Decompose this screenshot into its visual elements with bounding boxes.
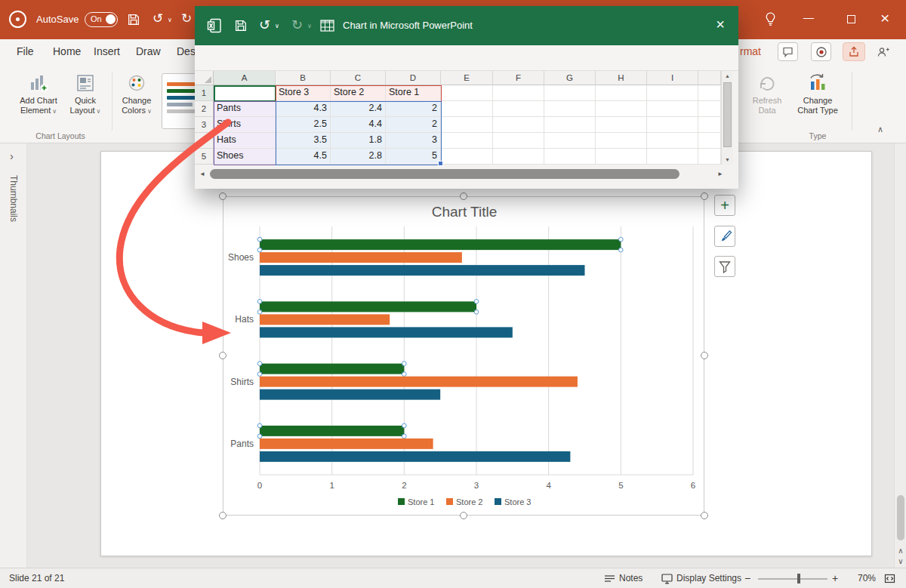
row-header[interactable]: 3 [195,117,214,133]
zoom-slider[interactable] [758,578,827,580]
spreadsheet-cell[interactable] [544,85,596,101]
selection-handle-top-right[interactable] [701,192,708,200]
zoom-in-icon[interactable]: + [832,572,838,584]
spreadsheet-cell[interactable]: 2.4 [331,101,386,117]
spreadsheet-cell[interactable] [647,85,698,101]
spreadsheet-cell[interactable]: 4.4 [331,117,386,133]
scrollbar-thumb[interactable] [210,169,680,179]
collapse-ribbon-chevron-icon[interactable]: ∧ [868,125,892,140]
spreadsheet-cell[interactable] [596,149,647,165]
change-chart-type-button[interactable]: Change Chart Type [791,70,844,135]
scrollbar-thumb[interactable] [897,495,904,540]
spreadsheet-cell[interactable] [596,101,647,117]
scroll-right-icon[interactable]: ► [717,171,723,177]
spreadsheet-cell[interactable] [596,133,647,149]
spreadsheet-cell[interactable]: 5 [386,149,441,165]
record-button[interactable] [811,42,831,61]
chart-object[interactable]: ShoesHatsShirtsPants0123456Chart TitleSt… [223,196,704,516]
excel-vertical-scrollbar[interactable]: ▲ ▼ [721,71,733,165]
spreadsheet-cell[interactable] [493,133,544,149]
spreadsheet-cell[interactable]: 2 [386,101,441,117]
spreadsheet-cell[interactable]: Pants [214,101,276,117]
scrollbar-thumb[interactable] [723,82,732,147]
maximize-icon[interactable] [847,15,855,23]
row-header[interactable]: 1 [195,85,214,101]
column-header[interactable]: A [214,71,276,85]
spreadsheet-cell[interactable]: 1.8 [331,133,386,149]
tab-insert[interactable]: Insert [94,45,120,57]
spreadsheet-cell[interactable] [698,101,721,117]
column-header[interactable]: I [647,71,698,85]
undo-icon[interactable]: ↺ [259,17,270,33]
next-slide-button[interactable]: ∨ [895,557,906,565]
undo-caret-icon[interactable]: ∨ [275,23,279,29]
select-all-corner[interactable] [195,71,214,85]
fit-slide-to-window-icon[interactable] [883,572,896,585]
zoom-slider-thumb[interactable] [797,574,800,583]
spreadsheet-cell[interactable] [698,85,721,101]
selection-handle-bottom-right[interactable] [701,512,708,519]
zoom-out-icon[interactable]: − [744,572,750,584]
column-header[interactable]: G [544,71,596,85]
column-header[interactable]: D [386,71,441,85]
notes-icon[interactable] [604,574,615,583]
spreadsheet-cell[interactable] [441,85,493,101]
close-icon[interactable]: × [880,9,889,27]
spreadsheet-cell[interactable] [698,133,721,149]
selection-handle-top-left[interactable] [219,192,226,200]
undo-icon[interactable]: ↺ [153,11,163,26]
spreadsheet-cell[interactable] [698,117,721,133]
undo-caret-icon[interactable]: ∨ [168,17,172,23]
chart-filters-button[interactable] [714,256,735,277]
tab-draw[interactable]: Draw [136,45,161,57]
refresh-data-button[interactable]: Refresh Data [746,70,788,135]
spreadsheet-cell[interactable] [647,149,698,165]
save-icon[interactable] [234,19,248,32]
spreadsheet-cell[interactable]: Store 3 [276,85,331,101]
spreadsheet-cell[interactable]: Hats [214,133,276,149]
excel-horizontal-scrollbar[interactable]: ◄ ► [195,166,733,183]
selection-handle-mid-left[interactable] [219,352,226,359]
display-settings-button[interactable]: Display Settings [676,573,741,583]
row-header[interactable]: 2 [195,101,214,117]
excel-titlebar[interactable]: ↺ ∨ ↻ ∨ Chart in Microsoft PowerPoint × [195,6,738,45]
save-icon[interactable] [127,13,140,26]
spreadsheet-cell[interactable]: Store 1 [386,85,441,101]
column-header[interactable]: C [331,71,386,85]
redo-icon[interactable]: ↻ [181,11,192,26]
spreadsheet-cell[interactable] [647,101,698,117]
scroll-down-icon[interactable]: ▼ [722,157,733,162]
spreadsheet-cell[interactable] [544,133,596,149]
tab-home[interactable]: Home [53,45,81,57]
spreadsheet-cell[interactable]: 4.5 [276,149,331,165]
spreadsheet-cell[interactable]: Shirts [214,117,276,133]
spreadsheet-cell[interactable] [698,149,721,165]
spreadsheet-cell[interactable] [647,133,698,149]
previous-slide-button[interactable]: ∧ [895,546,906,555]
lightbulb-icon[interactable] [764,11,777,27]
chart-styles-button[interactable] [714,226,735,247]
column-header[interactable]: F [493,71,544,85]
spreadsheet-cell[interactable] [544,117,596,133]
column-header[interactable]: B [276,71,331,85]
tab-design-partial[interactable]: Des [177,45,196,57]
spreadsheet-cell[interactable]: 4.3 [276,101,331,117]
thumbnails-expand-chevron-icon[interactable]: › [10,149,14,162]
close-icon[interactable]: × [710,16,731,33]
vertical-scrollbar[interactable]: ∧ ∨ [894,143,906,568]
spreadsheet-cell[interactable] [596,117,647,133]
tab-format-partial[interactable]: rmat [740,45,761,57]
spreadsheet-cell[interactable]: 2 [386,117,441,133]
spreadsheet-cell[interactable] [214,85,276,101]
spreadsheet-cell[interactable] [544,101,596,117]
scroll-left-icon[interactable]: ◄ [199,171,205,177]
selection-handle-mid-right[interactable] [701,352,708,359]
fill-handle[interactable] [438,161,443,166]
column-header[interactable]: H [596,71,647,85]
row-header[interactable]: 5 [195,149,214,165]
share-people-button[interactable] [873,42,893,61]
spreadsheet-cell[interactable]: 2.8 [331,149,386,165]
spreadsheet-cell[interactable] [493,101,544,117]
spreadsheet-cell[interactable]: 3 [386,133,441,149]
add-chart-element-button[interactable]: Add Chart Element∨ [14,70,63,135]
